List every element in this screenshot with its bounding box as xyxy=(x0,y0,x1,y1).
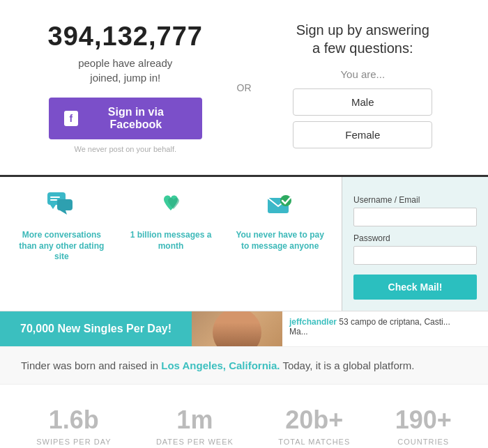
hero-left: 394,132,777 people have alreadyjoined, j… xyxy=(28,22,223,153)
member-count: 394,132,777 xyxy=(28,22,223,52)
countries-number: 190+ xyxy=(395,405,452,435)
singles-banner: 70,000 New Singles Per Day! xyxy=(0,311,192,346)
feature-messages-text: 1 billion messages a month xyxy=(122,230,220,252)
facebook-btn-label: Sign in via Facebook xyxy=(85,106,187,131)
stat-countries: 190+ COUNTRIES xyxy=(395,405,452,446)
hero-right: Sign up by answeringa few questions: You… xyxy=(266,21,461,154)
check-mail-button[interactable]: Check Mail! xyxy=(353,275,477,300)
password-field-group: Password xyxy=(353,233,477,265)
you-are-label: You are... xyxy=(266,68,461,80)
matches-number: 20b+ xyxy=(278,405,350,435)
feature-conversations: More conversations than any other dating… xyxy=(7,191,116,297)
banner-username: jeffchandler xyxy=(289,317,337,327)
hero-section: 394,132,777 people have alreadyjoined, j… xyxy=(0,0,488,177)
svg-marker-3 xyxy=(60,210,67,215)
facebook-icon: f xyxy=(64,111,78,126)
feature-free: You never have to pay to message anyone xyxy=(225,191,335,297)
svg-rect-2 xyxy=(57,199,73,210)
features-wrapper: More conversations than any other dating… xyxy=(0,177,488,311)
stat-dates: 1m DATES PER WEEK xyxy=(156,405,234,446)
person-face xyxy=(213,311,261,346)
features-left: More conversations than any other dating… xyxy=(0,177,342,311)
facebook-signin-button[interactable]: f Sign in via Facebook xyxy=(49,98,202,139)
username-field-group: Username / Email xyxy=(353,195,477,226)
password-label: Password xyxy=(353,233,477,243)
mail-icon xyxy=(231,191,329,224)
tagline-suffix: Today, it is a global platform. xyxy=(280,360,415,371)
dates-label: DATES PER WEEK xyxy=(156,438,234,446)
feature-free-text: You never have to pay to message anyone xyxy=(231,230,329,252)
svg-rect-4 xyxy=(50,196,60,198)
svg-rect-5 xyxy=(50,199,57,201)
stat-matches: 20b+ TOTAL MATCHES xyxy=(278,405,350,446)
swipes-number: 1.6b xyxy=(36,405,111,435)
singles-text: 70,000 New Singles Per Day! xyxy=(20,323,171,335)
tagline-section: Tinder was born and raised in Los Angele… xyxy=(0,346,488,385)
signup-heading: Sign up by answeringa few questions: xyxy=(266,21,461,57)
stat-swipes: 1.6b SWIPES PER DAY xyxy=(36,405,111,446)
female-button[interactable]: Female xyxy=(293,121,432,148)
matches-label: TOTAL MATCHES xyxy=(278,438,350,446)
login-panel: Username / Email Password Check Mail! xyxy=(342,177,488,311)
swipes-label: SWIPES PER DAY xyxy=(36,438,111,446)
username-input[interactable] xyxy=(353,208,477,226)
tagline-prefix: Tinder was born and raised in xyxy=(21,360,161,371)
photo-placeholder xyxy=(192,311,282,346)
user-photo xyxy=(192,311,282,346)
stats-section: 1.6b SWIPES PER DAY 1m DATES PER WEEK 20… xyxy=(0,385,488,448)
chat-icon xyxy=(13,191,111,224)
or-divider: OR xyxy=(223,82,266,93)
banner-section: 70,000 New Singles Per Day! jeffchandler… xyxy=(0,311,488,346)
countries-label: COUNTRIES xyxy=(395,438,452,446)
hero-subtitle: people have alreadyjoined, jump in! xyxy=(28,56,223,85)
tagline-highlight: Los Angeles, California. xyxy=(161,360,280,371)
svg-marker-1 xyxy=(50,205,56,209)
male-button[interactable]: Male xyxy=(293,88,432,116)
heart-icon xyxy=(122,191,220,224)
never-post-text: We never post on your behalf. xyxy=(28,145,223,153)
feature-messages: 1 billion messages a month xyxy=(116,191,226,297)
user-info-panel: jeffchandler 53 campo de criptana, Casti… xyxy=(282,311,488,346)
password-input[interactable] xyxy=(353,246,477,265)
dates-number: 1m xyxy=(156,405,234,435)
username-label: Username / Email xyxy=(353,195,477,205)
feature-conversations-text: More conversations than any other dating… xyxy=(13,230,111,263)
